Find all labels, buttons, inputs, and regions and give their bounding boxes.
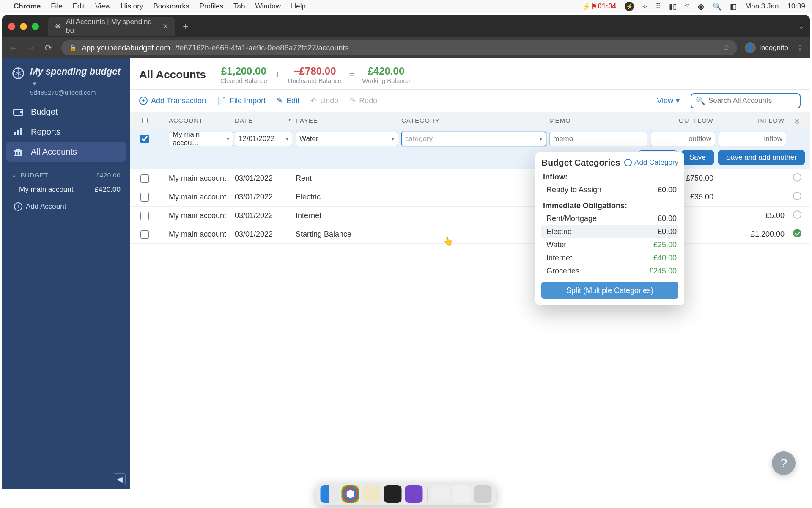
table-row[interactable]: My main account03/01/2022Electric£35.00 [130, 188, 810, 207]
help-button[interactable]: ? [772, 451, 796, 475]
menubar-edit[interactable]: Edit [73, 2, 85, 11]
add-transaction-button[interactable]: +Add Transaction [139, 97, 206, 105]
select-all-checkbox[interactable] [142, 118, 148, 123]
tabs-overflow-icon[interactable]: ⌄ [798, 22, 804, 30]
status-icon[interactable]: ⟡ [642, 2, 647, 11]
menubar-profiles[interactable]: Profiles [199, 2, 223, 11]
menubar-bookmarks[interactable]: Bookmarks [153, 2, 189, 11]
payee-select[interactable]: Water▾ [296, 132, 398, 146]
row-checkbox[interactable] [140, 193, 149, 202]
row-checkbox[interactable] [140, 135, 149, 143]
cleared-toggle[interactable] [793, 229, 801, 237]
menubar-help[interactable]: Help [291, 2, 306, 11]
save-and-add-another-button[interactable]: Save and add another [718, 150, 805, 165]
cleared-column-icon[interactable]: ◎ [794, 117, 800, 124]
search-input[interactable]: 🔍 [691, 93, 801, 108]
sidebar-account-row[interactable]: My main account £420.00 [6, 181, 126, 198]
menubar-time[interactable]: 10:39 [787, 2, 805, 11]
sidebar-budget-group[interactable]: ⌄ BUDGET £420.00 [6, 168, 126, 181]
menubar-tab[interactable]: Tab [233, 2, 245, 11]
inflow-input[interactable] [719, 132, 786, 146]
menubar-file[interactable]: File [51, 2, 62, 11]
row-checkbox[interactable] [140, 230, 149, 239]
sidebar-item-reports[interactable]: Reports [6, 122, 126, 142]
save-button[interactable]: Save [681, 150, 714, 165]
new-tab-button[interactable]: ＋ [181, 20, 190, 33]
window-maximize-button[interactable] [32, 23, 39, 30]
url-field[interactable]: 🔒 app.youneedabudget.com/fe67162b-e665-4… [61, 40, 737, 55]
table-row[interactable]: My main account03/01/2022Starting Balanc… [130, 225, 810, 244]
spotlight-icon[interactable]: 🔍 [713, 2, 721, 11]
popover-category-item[interactable]: Water£25.00 [541, 238, 678, 251]
date-select[interactable]: 12/01/2022▾ [235, 132, 292, 146]
nav-back-button[interactable]: ← [8, 43, 18, 53]
outflow-input[interactable] [651, 132, 715, 146]
file-import-button[interactable]: 📄File Import [217, 96, 266, 105]
bookmark-star-icon[interactable]: ☆ [723, 43, 730, 52]
redo-button[interactable]: ↷Redo [349, 96, 377, 105]
dock-doc-icon[interactable] [453, 485, 471, 503]
account-select[interactable]: My main accou…▾ [169, 132, 233, 146]
view-dropdown[interactable]: View▾ [657, 96, 680, 105]
edit-button[interactable]: ✎Edit [277, 96, 299, 105]
menubar-date[interactable]: Mon 3 Jan [745, 2, 779, 11]
dock-trash-icon[interactable] [474, 485, 492, 503]
wifi-icon[interactable]: ⌔ [685, 2, 689, 11]
column-payee[interactable]: PAYEE [296, 117, 401, 124]
add-category-button[interactable]: +Add Category [624, 158, 678, 167]
status-icon[interactable]: ⚡ [625, 2, 634, 11]
row-checkbox[interactable] [140, 212, 149, 220]
popover-category-item[interactable]: Internet£40.00 [541, 251, 678, 265]
budget-switcher[interactable]: My spending budget ▾ 5d485270@uifeed.com [6, 64, 126, 102]
siri-icon[interactable]: ◧ [730, 2, 737, 11]
dock-notes-icon[interactable] [363, 485, 381, 503]
popover-category-item[interactable]: Groceries£245.00 [541, 265, 678, 278]
dock-chrome-icon[interactable] [342, 485, 359, 503]
column-account[interactable]: ACCOUNT [167, 117, 235, 124]
cleared-toggle[interactable] [793, 173, 801, 182]
row-checkbox[interactable] [140, 174, 149, 183]
status-icon[interactable]: ⠿ [656, 2, 661, 11]
dock-finder-icon[interactable] [321, 485, 338, 503]
column-date[interactable]: DATE▾ [235, 117, 296, 124]
menubar-history[interactable]: History [121, 2, 143, 11]
battery-status[interactable]: ⚡⚑01:34 [582, 2, 616, 11]
cell-payee: Rent [296, 174, 401, 183]
column-memo[interactable]: MEMO [549, 117, 651, 124]
table-row[interactable]: My main account03/01/2022RentThis month'… [130, 169, 810, 188]
column-inflow[interactable]: INFLOW [719, 117, 790, 124]
nav-forward-button[interactable]: → [26, 43, 36, 53]
split-categories-button[interactable]: Split (Multiple Categories) [541, 282, 678, 299]
nav-reload-button[interactable]: ⟳ [44, 43, 54, 53]
sidebar-item-budget[interactable]: Budget [6, 102, 126, 122]
browser-tab[interactable]: ❋ All Accounts | My spending bu ✕ [48, 17, 175, 36]
menubar-app[interactable]: Chrome [14, 2, 41, 11]
memo-input[interactable] [549, 132, 647, 146]
control-center-icon[interactable]: ◉ [698, 2, 704, 11]
tab-close-icon[interactable]: ✕ [162, 22, 168, 31]
popover-category-item[interactable]: Rent/Mortgage£0.00 [541, 212, 678, 225]
dock-app-icon[interactable] [405, 485, 423, 503]
table-row[interactable]: My main account03/01/2022InternetRefund … [130, 207, 810, 225]
menubar-view[interactable]: View [95, 2, 111, 11]
window-minimize-button[interactable] [20, 23, 27, 30]
category-select[interactable]: category▾ [401, 132, 546, 146]
dock-terminal-icon[interactable] [384, 485, 402, 503]
window-close-button[interactable] [8, 23, 15, 30]
cleared-toggle[interactable] [793, 192, 801, 200]
search-field[interactable] [708, 97, 796, 105]
menubar-window[interactable]: Window [255, 2, 281, 11]
column-category[interactable]: CATEGORY [401, 117, 549, 124]
battery-icon[interactable]: ▮▯ [669, 2, 677, 11]
dock-doc-icon[interactable] [432, 485, 450, 503]
popover-category-item[interactable]: Ready to Assign£0.00 [541, 183, 678, 196]
popover-category-item[interactable]: Electric£0.00 [541, 225, 678, 238]
column-outflow[interactable]: OUTFLOW [651, 117, 719, 124]
sidebar-item-all-accounts[interactable]: All Accounts [6, 142, 126, 162]
undo-button[interactable]: ↶Undo [310, 96, 338, 105]
browser-menu-button[interactable]: ⋮ [796, 43, 804, 53]
incognito-badge[interactable]: 👤 Incognito [745, 42, 788, 53]
add-account-button[interactable]: + Add Account [6, 198, 126, 215]
sidebar-collapse-button[interactable]: ◀ [114, 473, 126, 485]
cleared-toggle[interactable] [793, 210, 801, 219]
